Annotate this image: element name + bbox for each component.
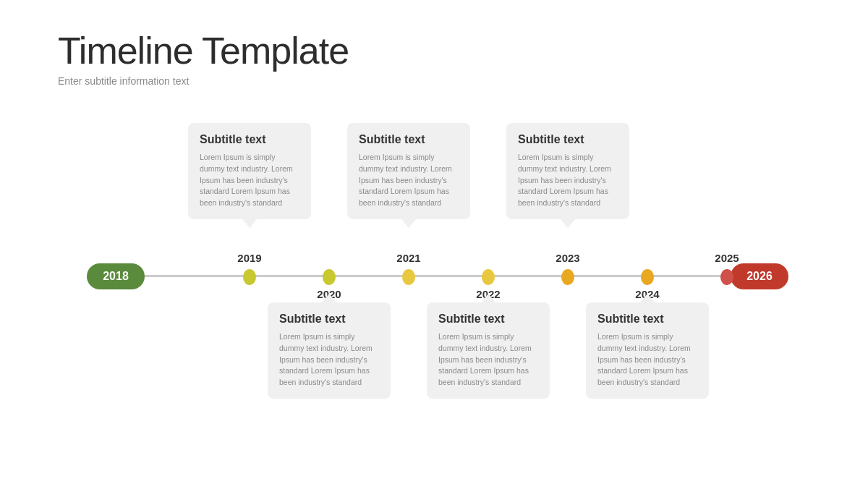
card-2020-title: Subtitle text	[279, 313, 379, 326]
start-capsule: 2018	[87, 263, 145, 289]
year-2019-label: 2019	[237, 252, 261, 264]
card-2022: Subtitle text Lorem Ipsum is simply dumm…	[427, 302, 550, 399]
dot-2021	[402, 269, 415, 285]
card-2023: Subtitle text Lorem Ipsum is simply dumm…	[506, 123, 629, 219]
page-header: Timeline Template Enter subtitle informa…	[0, 0, 868, 94]
page-subtitle: Enter subtitle information text	[58, 75, 810, 87]
timeline-container: 2018 2026 2019 Subtitle text Lorem Ipsum…	[43, 109, 825, 456]
card-2021-title: Subtitle text	[359, 133, 459, 146]
dot-2022	[482, 269, 495, 285]
card-2024-title: Subtitle text	[597, 313, 697, 326]
card-2019-body: Lorem Ipsum is simply dummy text industr…	[200, 152, 299, 209]
card-2021-body: Lorem Ipsum is simply dummy text industr…	[359, 152, 459, 209]
dot-2025	[720, 269, 733, 285]
card-2020-body: Lorem Ipsum is simply dummy text industr…	[279, 331, 379, 389]
timeline-line	[101, 275, 767, 277]
dot-2023	[561, 269, 574, 285]
card-2023-body: Lorem Ipsum is simply dummy text industr…	[518, 152, 618, 209]
year-2023-label: 2023	[556, 252, 579, 264]
end-capsule: 2026	[731, 263, 788, 289]
year-2025-label: 2025	[715, 252, 739, 264]
dot-2019	[243, 269, 256, 285]
card-2023-title: Subtitle text	[518, 133, 618, 146]
page-title: Timeline Template	[58, 29, 810, 72]
card-2020: Subtitle text Lorem Ipsum is simply dumm…	[268, 302, 391, 399]
dot-2020	[323, 269, 336, 285]
card-2024-body: Lorem Ipsum is simply dummy text industr…	[597, 331, 697, 389]
card-2019-title: Subtitle text	[200, 133, 299, 146]
card-2024: Subtitle text Lorem Ipsum is simply dumm…	[586, 302, 709, 399]
card-2021: Subtitle text Lorem Ipsum is simply dumm…	[347, 123, 470, 219]
card-2019: Subtitle text Lorem Ipsum is simply dumm…	[188, 123, 311, 219]
year-2021-label: 2021	[396, 252, 420, 264]
card-2022-title: Subtitle text	[438, 313, 538, 326]
dot-2024	[641, 269, 654, 285]
card-2022-body: Lorem Ipsum is simply dummy text industr…	[438, 331, 538, 389]
